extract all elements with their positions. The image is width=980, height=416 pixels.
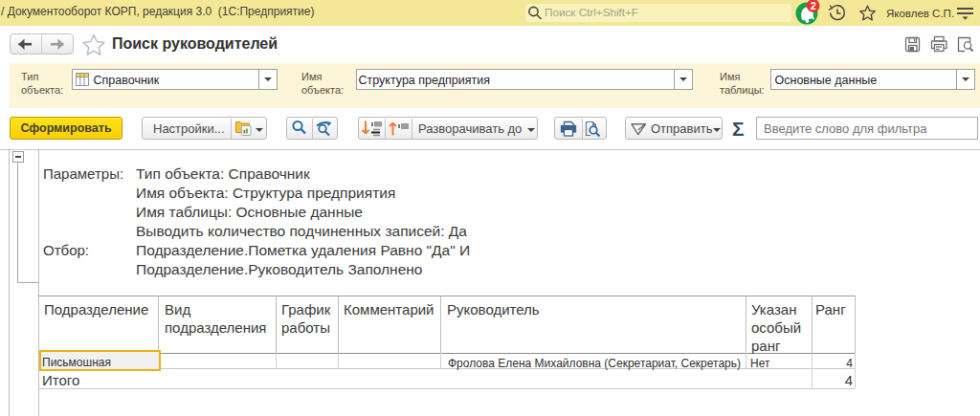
svg-text:2: 2 [811, 0, 816, 11]
